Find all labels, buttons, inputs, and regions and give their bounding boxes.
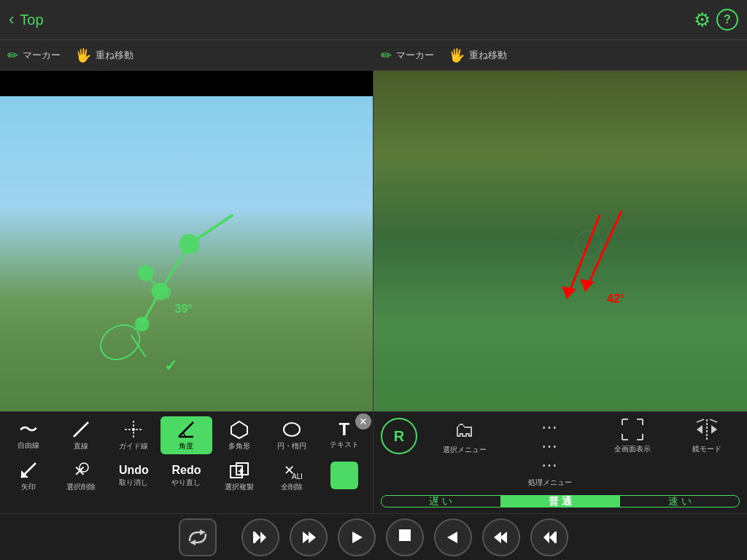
step-back-button[interactable] xyxy=(290,518,328,556)
pencil-icon-right: ✏ xyxy=(381,47,392,63)
svg-marker-57 xyxy=(447,532,457,543)
loop-icon xyxy=(187,528,209,547)
undo-text: Undo xyxy=(119,464,149,476)
redo-label: やり直し xyxy=(171,478,201,488)
svg-marker-55 xyxy=(352,532,363,543)
folder-label: 選択メニュー xyxy=(443,445,487,455)
svg-marker-15 xyxy=(580,279,595,292)
undo-label: 取り消し xyxy=(119,478,148,488)
text-icon: T xyxy=(339,421,350,438)
loop-button[interactable] xyxy=(179,518,217,556)
right-toolbar: ✏ マーカー 🖐 重ね移動 xyxy=(374,40,747,71)
svg-marker-60 xyxy=(549,532,555,543)
text-tool[interactable]: T テキスト xyxy=(319,416,370,454)
arrow-tool[interactable]: 矢印 xyxy=(3,457,54,495)
duplicate-tool[interactable]: + 選択複製 xyxy=(214,457,265,495)
svg-line-6 xyxy=(142,291,160,324)
process-menu-button[interactable]: ⋯⋯⋯ 処理メニュー xyxy=(528,418,572,488)
stop-button[interactable] xyxy=(386,518,424,556)
speed-normal-button[interactable]: 普 通 xyxy=(501,496,621,507)
speed-slow-button[interactable]: 遅 い xyxy=(382,496,501,507)
svg-line-47 xyxy=(710,419,717,422)
line-tool[interactable]: 直線 xyxy=(55,416,107,454)
hand-icon: 🖐 xyxy=(75,47,91,63)
angle-label-tool: 角度 xyxy=(179,441,193,451)
skip-back-button[interactable] xyxy=(241,518,279,556)
process-label: 処理メニュー xyxy=(528,478,572,488)
svg-marker-54 xyxy=(309,532,316,543)
guide-label: ガイド線 xyxy=(119,441,148,451)
skip-fwd-button[interactable] xyxy=(530,518,568,556)
left-move-tool[interactable]: 🖐 重ね移動 xyxy=(75,47,133,63)
settings-icon[interactable]: ⚙ xyxy=(694,9,711,31)
delete-sel-tool[interactable]: ✕ 選択削除 xyxy=(55,457,107,495)
angle-icon xyxy=(176,419,196,440)
redo-tool[interactable]: Redo やり直し xyxy=(160,457,212,495)
svg-line-46 xyxy=(697,419,704,422)
player-controls xyxy=(0,513,747,560)
speed-fast-button[interactable]: 速 い xyxy=(620,496,739,507)
delete-sel-label: 選択削除 xyxy=(66,482,96,492)
svg-text:42°: 42° xyxy=(607,292,624,305)
back-chevron-icon: ‹ xyxy=(9,10,14,29)
svg-text:✓: ✓ xyxy=(164,357,177,375)
delete-all-tool[interactable]: ✕ ALL 全削除 xyxy=(266,457,317,495)
ellipse-tool[interactable]: 円・楕円 xyxy=(266,416,317,454)
arrow-label: 矢印 xyxy=(21,482,36,492)
line-icon xyxy=(71,419,91,440)
dup-icon: + xyxy=(229,460,249,481)
angle-tool[interactable]: 角度 xyxy=(160,416,212,454)
mirror-button[interactable]: 鏡モード xyxy=(692,418,721,488)
mirror-icon xyxy=(695,418,719,441)
svg-marker-44 xyxy=(697,425,703,434)
process-icon: ⋯⋯⋯ xyxy=(541,418,559,475)
folder-menu-button[interactable]: 🗂 選択メニュー xyxy=(443,418,487,488)
fullscreen-button[interactable]: 全画面表示 xyxy=(614,418,651,488)
svg-rect-56 xyxy=(399,529,411,541)
redo-text: Redo xyxy=(171,464,201,476)
delete-all-icon: ✕ ALL xyxy=(282,460,302,481)
right-tools-panel: R 🗂 選択メニュー ⋯⋯⋯ 処理メニュー xyxy=(374,412,747,513)
r-button[interactable]: R xyxy=(381,418,417,454)
polygon-tool[interactable]: 多角形 xyxy=(214,416,265,454)
svg-line-22 xyxy=(179,422,193,437)
right-marker-tool[interactable]: ✏ マーカー xyxy=(381,47,434,63)
svg-point-25 xyxy=(284,423,300,436)
left-toolbar: ✏ マーカー 🖐 重ね移動 xyxy=(0,40,374,71)
left-marker-tool[interactable]: ✏ マーカー xyxy=(7,47,61,63)
svg-rect-62 xyxy=(554,532,557,543)
svg-text:ALL: ALL xyxy=(292,472,302,481)
line-label: 直線 xyxy=(74,441,88,451)
color-preview xyxy=(330,462,358,489)
right-tool-icons: 🗂 選択メニュー ⋯⋯⋯ 処理メニュー xyxy=(425,418,740,488)
folder-icon: 🗂 xyxy=(454,418,475,442)
svg-line-4 xyxy=(189,215,233,244)
back-button[interactable]: ‹ Top xyxy=(9,10,44,29)
frame-fwd-button[interactable] xyxy=(434,518,472,556)
polygon-label: 多角形 xyxy=(228,441,250,451)
freehand-label: 自由線 xyxy=(18,440,39,451)
page-title: Top xyxy=(20,12,43,28)
skip-fwd-icon xyxy=(541,529,558,546)
drawing-tools: ✕ 〜 自由線 直線 ガイド線 xyxy=(0,412,374,513)
freehand-tool[interactable]: 〜 自由線 xyxy=(3,416,54,454)
svg-marker-45 xyxy=(711,425,717,434)
color-swatch[interactable] xyxy=(319,457,370,495)
tools-row-2: 矢印 ✕ 選択削除 Undo 取り消し Redo やり直し xyxy=(3,457,370,495)
text-label: テキスト xyxy=(330,440,359,450)
ellipse-icon xyxy=(282,419,302,440)
step-back-icon xyxy=(300,529,317,546)
step-fwd-icon xyxy=(492,529,510,546)
right-move-tool[interactable]: 🖐 重ね移動 xyxy=(449,47,507,63)
frame-back-button[interactable] xyxy=(338,518,376,556)
svg-text:+: + xyxy=(238,465,244,477)
svg-rect-52 xyxy=(253,532,255,543)
help-icon[interactable]: ? xyxy=(716,9,738,31)
svg-marker-51 xyxy=(260,532,266,543)
step-fwd-button[interactable] xyxy=(482,518,520,556)
right-marker-label: マーカー xyxy=(396,49,434,62)
fullscreen-label: 全画面表示 xyxy=(614,444,651,454)
svg-text:39°: 39° xyxy=(175,303,193,315)
guide-tool[interactable]: ガイド線 xyxy=(108,416,159,454)
undo-tool[interactable]: Undo 取り消し xyxy=(108,457,159,495)
